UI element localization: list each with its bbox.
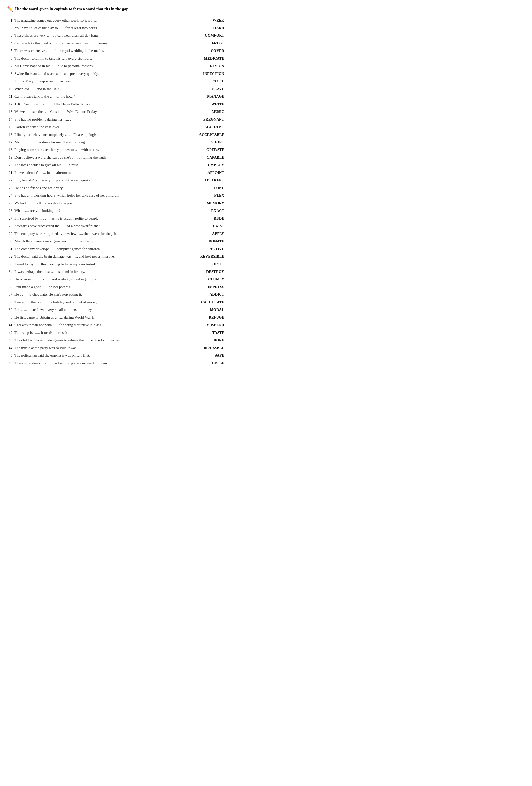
table-row: 32The doctor said the brain damage was …… <box>7 253 225 260</box>
row-number: 3 <box>7 32 14 39</box>
keyword: INFECTION <box>183 70 225 77</box>
sentence-text: Can you take the meat out of the freezer… <box>14 39 183 47</box>
table-row: 41Carl was threatened with ….. for being… <box>7 321 225 329</box>
table-row: 31The company develops ….. computer game… <box>7 245 225 253</box>
keyword: COVER <box>183 47 225 54</box>
sentence-text: Paul made a good ….. on her parents. <box>14 283 183 291</box>
table-row: 13We went to see the ….. Cats in the Wes… <box>7 108 225 116</box>
sentence-text: I have a dentist's ….. in the afternoon. <box>14 169 183 176</box>
row-number: 40 <box>7 314 14 321</box>
keyword: REVERSIBLE <box>183 253 225 260</box>
row-number: 39 <box>7 306 14 314</box>
row-number: 22 <box>7 177 14 184</box>
table-row: 42This soup is ….., it needs more salt!T… <box>7 329 225 336</box>
keyword: RESIGN <box>183 62 225 70</box>
table-row: 23He has no friends and feels very ….. .… <box>7 184 225 191</box>
keyword: MANAGE <box>183 93 225 100</box>
row-number: 13 <box>7 108 14 116</box>
table-row: 45The policeman said the emphasis was on… <box>7 352 225 359</box>
row-number: 2 <box>7 24 14 31</box>
sentence-text: The music at the party was so loud it wa… <box>14 344 183 351</box>
row-number: 11 <box>7 93 14 100</box>
sentence-text: J. K. Rowling is the ….. of the Harry Po… <box>14 100 183 108</box>
table-row: 15Darren knocked the vase over ….. .ACCI… <box>7 123 225 131</box>
keyword: FLEX <box>183 192 225 199</box>
keyword: ADDICT <box>183 291 225 298</box>
row-number: 15 <box>7 123 14 131</box>
table-row: 11Can I please talk to the ….. of the ho… <box>7 93 225 100</box>
row-number: 38 <box>7 298 14 306</box>
sentence-text: Tanya ….. the cost of the holiday and ra… <box>14 298 183 306</box>
table-row: 39It is ….. to steal even very small amo… <box>7 306 225 314</box>
row-number: 35 <box>7 276 14 283</box>
table-row: 26What ….. are you looking for?EXACT <box>7 207 225 214</box>
table-row: 12J. K. Rowling is the ….. of the Harry … <box>7 100 225 108</box>
row-number: 28 <box>7 222 14 230</box>
sentence-text: I went to my ….. this morning to have my… <box>14 260 183 268</box>
row-number: 6 <box>7 54 14 62</box>
sentence-text: It is ….. to steal even very small amoun… <box>14 306 183 314</box>
row-number: 42 <box>7 329 14 336</box>
keyword: RUDE <box>183 214 225 222</box>
keyword: TASTE <box>183 329 225 336</box>
table-row: 35He is known for his ….. and is always … <box>7 276 225 283</box>
row-number: 18 <box>7 146 14 154</box>
table-row: 5There was extensive ….. of the royal we… <box>7 47 225 54</box>
table-row: 7Mr Harris handed in his ….. due to pers… <box>7 62 225 70</box>
table-row: 18Playing team sports teaches you how to… <box>7 146 225 154</box>
row-number: 34 <box>7 268 14 275</box>
row-number: 9 <box>7 77 14 85</box>
keyword: PREGNANT <box>183 116 225 123</box>
keyword: MEMORY <box>183 199 225 207</box>
sentence-text: Don't believe a word she says as she's …… <box>14 154 183 161</box>
table-row: 8Swine flu is an ….. disease and can spr… <box>7 70 225 77</box>
table-row: 33I went to my ….. this morning to have … <box>7 260 225 268</box>
table-row: 3These shoes are very ….. . I can wear t… <box>7 32 225 39</box>
table-row: 2You have to leave the clay to ….. for a… <box>7 24 225 31</box>
keyword: ACCEPTABLE <box>183 131 225 138</box>
table-row: 29The company were surprised by how few … <box>7 230 225 237</box>
table-row: 36Paul made a good ….. on her parents.IM… <box>7 283 225 291</box>
sentence-text: The children played videogames to reliev… <box>14 337 183 344</box>
table-row: 10When did ….. end in the USA?SLAVE <box>7 85 225 93</box>
table-row: 34It was perhaps the most ….. tsunami in… <box>7 268 225 275</box>
sentence-text: Playing team sports teaches you how to …… <box>14 146 183 154</box>
table-row: 27I'm surprised by his ….. as he is usua… <box>7 214 225 222</box>
keyword: MORAL <box>183 306 225 314</box>
keyword: LONE <box>183 184 225 191</box>
table-row: 14She had no problems during her ….. .PR… <box>7 116 225 123</box>
row-number: 20 <box>7 161 14 169</box>
table-row: 28Scientists have discovered the ….. of … <box>7 222 225 230</box>
sentence-text: She has ….. working hours, which helps h… <box>14 192 183 199</box>
table-row: 6The doctor told him to take his ….. eve… <box>7 54 225 62</box>
keyword: MEDICATE <box>183 54 225 62</box>
sentence-text: I think Meryl Streep is an ….. actress. <box>14 77 183 85</box>
sentence-text: The company develops ….. computer games … <box>14 245 183 253</box>
keyword: ACTIVE <box>183 245 225 253</box>
table-row: 17My mum ….. this dress for me. It was t… <box>7 139 225 146</box>
sentence-text: Mrs Holland gave a very generous ….. to … <box>14 237 183 245</box>
row-number: 45 <box>7 352 14 359</box>
sentence-text: You have to leave the clay to ….. for at… <box>14 24 183 31</box>
row-number: 46 <box>7 359 14 367</box>
keyword: MUSIC <box>183 108 225 116</box>
row-number: 16 <box>7 131 14 138</box>
sentence-text: When did ….. end in the USA? <box>14 85 183 93</box>
row-number: 31 <box>7 245 14 253</box>
sentence-text: I find your behaviour completely ….. . P… <box>14 131 183 138</box>
sentence-text: He first came to Britain as a ….. during… <box>14 314 183 321</box>
sentence-text: We went to see the ….. Cats in the West … <box>14 108 183 116</box>
keyword: HARD <box>183 24 225 31</box>
row-number: 8 <box>7 70 14 77</box>
keyword: DONATE <box>183 237 225 245</box>
sentence-text: Mr Harris handed in his ….. due to perso… <box>14 62 183 70</box>
row-number: 21 <box>7 169 14 176</box>
sentence-text: The company were surprised by how few ….… <box>14 230 183 237</box>
keyword: FROST <box>183 39 225 47</box>
sentence-text: The boss decides to give all his ….. a r… <box>14 161 183 169</box>
keyword: EMPLOY <box>183 161 225 169</box>
sentence-text: She had no problems during her ….. . <box>14 116 183 123</box>
keyword: IMPRESS <box>183 283 225 291</box>
sentence-text: There is no doubt that ….. is becoming a… <box>14 359 183 367</box>
keyword: DESTROY <box>183 268 225 275</box>
